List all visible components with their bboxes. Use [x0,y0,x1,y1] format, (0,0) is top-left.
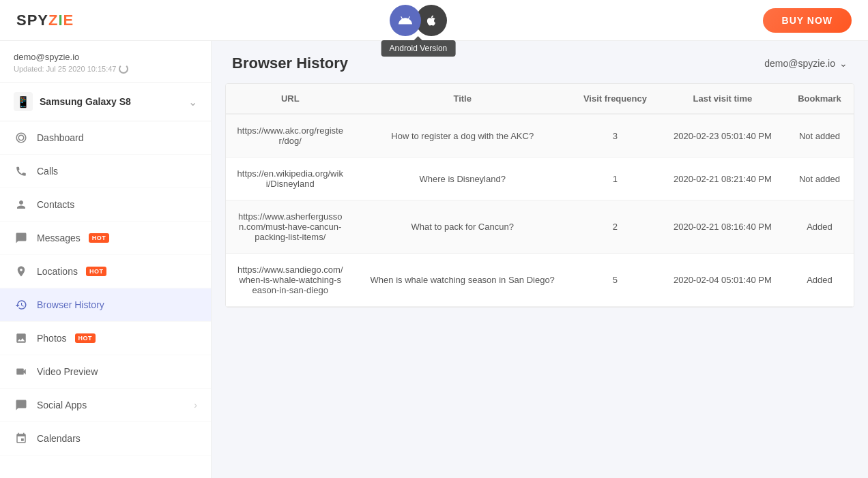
table-row: https://www.asherfergusson.com/must-have… [226,200,854,254]
cell-last-visit: 2020-02-04 05:01:40 PM [660,254,785,307]
nav-item-dashboard[interactable]: Dashboard [0,121,211,155]
nav-item-video-preview[interactable]: Video Preview [0,355,211,389]
history-table-container: URL Title Visit frequency Last visit tim… [225,83,854,308]
col-last-visit: Last visit time [660,84,785,114]
calls-icon [14,164,29,179]
col-title: Title [354,84,570,114]
dashboard-icon [14,130,29,145]
platform-switcher: Android Version [390,5,447,36]
social-apps-icon [14,398,29,413]
cell-title: How to register a dog with the AKC? [354,114,570,158]
cell-visit-frequency: 3 [570,114,660,158]
messages-icon [14,230,29,245]
nav-item-calls[interactable]: Calls [0,155,211,188]
sidebar-email: demo@spyzie.io [14,52,197,62]
calendars-icon [14,431,29,446]
calendars-label: Calendars [37,433,81,444]
updated-text: Updated: Jul 25 2020 10:15:47 [14,65,116,73]
col-visit-frequency: Visit frequency [570,84,660,114]
device-selector[interactable]: 📱 Samsung Galaxy S8 ⌄ [0,83,211,121]
locations-icon [14,264,29,279]
cell-bookmark: Not added [785,158,854,200]
device-info: demo@spyzie.io Updated: Jul 25 2020 10:1… [0,41,211,83]
android-platform-button[interactable] [390,5,421,36]
sidebar: demo@spyzie.io Updated: Jul 25 2020 10:1… [0,41,212,478]
chevron-down-icon: ⌄ [188,95,197,108]
table-row: https://en.wikipedia.org/wiki/Disneyland… [226,158,854,200]
device-name-text: Samsung Galaxy S8 [40,96,131,107]
table-row: https://www.sandiego.com/when-is-whale-w… [226,254,854,307]
cell-last-visit: 2020-02-23 05:01:40 PM [660,114,785,158]
content-header: Browser History demo@spyzie.io ⌄ [212,41,868,83]
locations-hot-badge: HOT [86,267,107,276]
table-body: https://www.akc.org/register/dog/ How to… [226,114,854,307]
messages-hot-badge: HOT [89,233,110,243]
cell-bookmark: Added [785,200,854,254]
cell-bookmark: Not added [785,114,854,158]
logo-zie2: E [63,12,74,29]
cell-url: https://www.sandiego.com/when-is-whale-w… [226,254,354,307]
cell-bookmark: Added [785,254,854,307]
cell-title: Where is Disneyland? [354,158,570,200]
history-table: URL Title Visit frequency Last visit tim… [226,84,854,307]
contacts-icon [14,197,29,212]
calls-label: Calls [37,166,58,177]
col-url: URL [226,84,354,114]
svg-point-0 [403,20,404,22]
sidebar-updated: Updated: Jul 25 2020 10:15:47 [14,64,197,74]
refresh-icon[interactable] [119,64,128,74]
cell-title: What to pack for Cancun? [354,200,570,254]
video-preview-label: Video Preview [37,366,98,377]
cell-url: https://www.akc.org/register/dog/ [226,114,354,158]
logo-spy: SPY [16,12,48,29]
brand-logo: SPYZIE [16,12,74,29]
cell-last-visit: 2020-02-21 08:21:40 PM [660,158,785,200]
col-bookmark: Bookmark [785,84,854,114]
logo-zie: Z [48,12,58,29]
nav-item-calendars[interactable]: Calendars [0,422,211,455]
dashboard-label: Dashboard [37,132,84,143]
platform-tooltip: Android Version [381,40,456,57]
browser-history-label: Browser History [37,299,104,310]
photos-hot-badge: HOT [75,333,96,343]
browser-history-icon [14,297,29,312]
cell-visit-frequency: 2 [570,200,660,254]
svg-point-1 [407,20,408,22]
main-layout: demo@spyzie.io Updated: Jul 25 2020 10:1… [0,41,868,478]
android-icon [398,13,413,28]
cell-last-visit: 2020-02-21 08:16:40 PM [660,200,785,254]
nav-item-photos[interactable]: Photos HOT [0,322,211,355]
messages-label: Messages [37,233,81,243]
photos-icon [14,331,29,346]
device-icon: 📱 [14,92,33,111]
page-title: Browser History [232,55,348,72]
account-email: demo@spyzie.io [764,58,835,69]
account-info[interactable]: demo@spyzie.io ⌄ [764,58,848,69]
social-apps-label: Social Apps [37,400,87,410]
logo-e: I [58,12,63,29]
table-header: URL Title Visit frequency Last visit tim… [226,84,854,114]
cell-title: When is whale watching season in San Die… [354,254,570,307]
locations-label: Locations [37,266,78,277]
nav-item-contacts[interactable]: Contacts [0,188,211,222]
buy-now-button[interactable]: BUY NOW [763,8,852,33]
cell-url: https://en.wikipedia.org/wiki/Disneyland [226,158,354,200]
top-header: SPYZIE Android Version BUY NOW [0,0,868,41]
social-apps-arrow-icon: › [194,400,197,410]
photos-label: Photos [37,333,67,344]
table-row: https://www.akc.org/register/dog/ How to… [226,114,854,158]
nav-item-social-apps[interactable]: Social Apps › [0,389,211,422]
apple-icon [425,14,437,27]
main-content: Browser History demo@spyzie.io ⌄ URL Tit… [212,41,868,478]
nav-item-messages[interactable]: Messages HOT [0,222,211,255]
nav-item-browser-history[interactable]: Browser History [0,288,211,322]
account-chevron-icon: ⌄ [839,58,848,69]
device-name: 📱 Samsung Galaxy S8 [14,92,131,111]
cell-url: https://www.asherfergusson.com/must-have… [226,200,354,254]
contacts-label: Contacts [37,199,74,210]
video-preview-icon [14,364,29,379]
cell-visit-frequency: 1 [570,158,660,200]
nav-item-locations[interactable]: Locations HOT [0,255,211,288]
cell-visit-frequency: 5 [570,254,660,307]
